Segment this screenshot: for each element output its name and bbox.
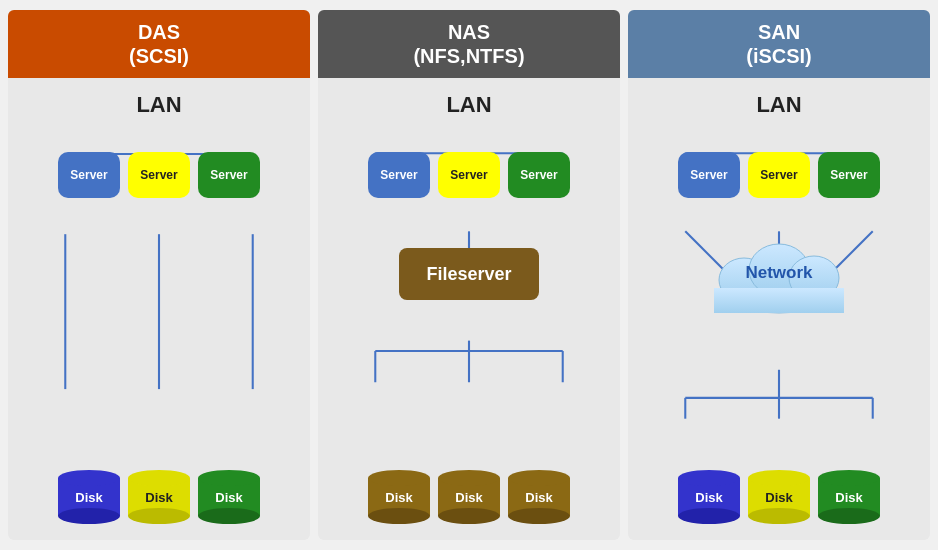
- das-server-green: Server: [198, 152, 260, 198]
- das-disk-row: Disk Disk Disk: [58, 470, 260, 524]
- san-disk-blue-top: [678, 470, 740, 486]
- das-lan-label: LAN: [136, 92, 181, 118]
- nas-fileserver-label: Fileserver: [426, 264, 511, 285]
- san-inner: Server Server Server: [628, 122, 930, 528]
- san-disk-green-top: [818, 470, 880, 486]
- nas-server-row: Server Server Server: [368, 152, 570, 198]
- das-disk-blue-bottom: [58, 508, 120, 524]
- nas-column: NAS (NFS,NTFS) LAN Server Server: [318, 10, 620, 540]
- nas-disk-2-bottom: [438, 508, 500, 524]
- nas-inner: Server Server Server Fileserver Disk: [318, 122, 620, 528]
- das-disk-green-bottom: [198, 508, 260, 524]
- san-disk-blue: Disk: [678, 470, 740, 524]
- nas-lan-label: LAN: [446, 92, 491, 118]
- das-disk-blue: Disk: [58, 470, 120, 524]
- das-disk-yellow: Disk: [128, 470, 190, 524]
- nas-disk-row: Disk Disk Disk: [368, 470, 570, 524]
- das-disk-yellow-bottom: [128, 508, 190, 524]
- nas-server-green: Server: [508, 152, 570, 198]
- das-inner: Server Server Server Disk Disk: [8, 122, 310, 528]
- das-server-blue: Server: [58, 152, 120, 198]
- nas-disk-2-top: [438, 470, 500, 486]
- san-server-blue: Server: [678, 152, 740, 198]
- nas-disk-3-top: [508, 470, 570, 486]
- das-header: DAS (SCSI): [8, 10, 310, 78]
- das-disk-blue-top: [58, 470, 120, 486]
- san-disk-yellow-bottom: [748, 508, 810, 524]
- das-disk-green-top: [198, 470, 260, 486]
- san-disk-green: Disk: [818, 470, 880, 524]
- san-disk-row: Disk Disk Disk: [678, 470, 880, 524]
- nas-fileserver: Fileserver: [399, 248, 539, 300]
- svg-rect-33: [714, 288, 844, 313]
- nas-disk-1-bottom: [368, 508, 430, 524]
- das-disk-yellow-top: [128, 470, 190, 486]
- san-server-green: Server: [818, 152, 880, 198]
- san-lan-label: LAN: [756, 92, 801, 118]
- san-cloud: Network: [704, 228, 854, 318]
- san-title-line1: SAN: [758, 21, 800, 43]
- nas-disk-1-top: [368, 470, 430, 486]
- nas-server-blue: Server: [368, 152, 430, 198]
- nas-title-line2: (NFS,NTFS): [413, 45, 524, 67]
- das-disk-green: Disk: [198, 470, 260, 524]
- nas-header: NAS (NFS,NTFS): [318, 10, 620, 78]
- das-title-line2: (SCSI): [129, 45, 189, 67]
- san-disk-blue-bottom: [678, 508, 740, 524]
- san-disk-green-bottom: [818, 508, 880, 524]
- san-disk-yellow: Disk: [748, 470, 810, 524]
- san-column: SAN (iSCSI) LAN Server Server: [628, 10, 930, 540]
- nas-title-line1: NAS: [448, 21, 490, 43]
- nas-disk-3: Disk: [508, 470, 570, 524]
- nas-disk-2: Disk: [438, 470, 500, 524]
- das-server-yellow: Server: [128, 152, 190, 198]
- san-server-row: Server Server Server: [678, 152, 880, 198]
- nas-disk-1: Disk: [368, 470, 430, 524]
- das-server-row: Server Server Server: [58, 152, 260, 198]
- nas-disk-3-bottom: [508, 508, 570, 524]
- san-title-line2: (iSCSI): [746, 45, 812, 67]
- san-server-yellow: Server: [748, 152, 810, 198]
- san-header: SAN (iSCSI): [628, 10, 930, 78]
- das-title-line1: DAS: [138, 21, 180, 43]
- nas-server-yellow: Server: [438, 152, 500, 198]
- san-network-label: Network: [745, 263, 812, 283]
- san-disk-yellow-top: [748, 470, 810, 486]
- das-column: DAS (SCSI) LAN Server Server Server: [8, 10, 310, 540]
